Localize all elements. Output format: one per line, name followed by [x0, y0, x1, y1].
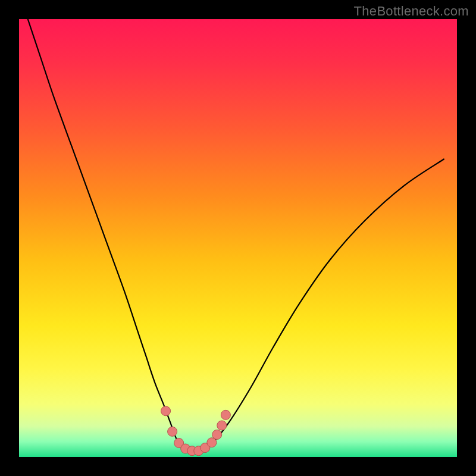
marker-point — [161, 406, 171, 416]
plot-area — [19, 19, 457, 457]
watermark-text: TheBottleneck.com — [354, 4, 469, 19]
marker-point — [168, 427, 177, 436]
gradient-background — [19, 19, 457, 457]
marker-point — [217, 421, 227, 430]
marker-point — [221, 410, 230, 419]
chart-frame: TheBottleneck.com — [0, 0, 476, 476]
marker-point — [212, 430, 222, 439]
chart-svg — [19, 19, 457, 457]
